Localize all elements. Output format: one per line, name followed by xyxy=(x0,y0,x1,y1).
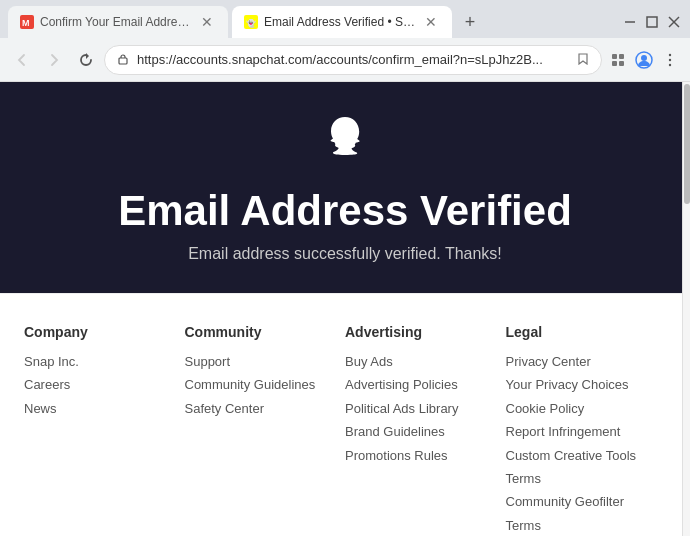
navigation-bar: https://accounts.snapchat.com/accounts/c… xyxy=(0,38,690,82)
tab-gmail-title: Confirm Your Email Address - cc... xyxy=(40,15,192,29)
menu-button[interactable] xyxy=(658,48,682,72)
svg-rect-10 xyxy=(612,54,617,59)
footer-link-promotions-rules[interactable]: Promotions Rules xyxy=(345,444,490,467)
gmail-favicon: M xyxy=(20,15,34,29)
page-content: Email Address Verified Email address suc… xyxy=(0,82,690,536)
svg-text:M: M xyxy=(22,18,30,28)
svg-point-18 xyxy=(669,63,671,65)
maximize-button[interactable] xyxy=(644,14,660,30)
footer-col-company: Company Snap Inc. Careers News xyxy=(24,324,185,536)
verified-subtitle: Email address successfully verified. Tha… xyxy=(188,245,502,263)
svg-rect-13 xyxy=(619,61,624,66)
svg-text:👻: 👻 xyxy=(246,18,256,28)
back-button[interactable] xyxy=(8,46,36,74)
address-bar[interactable]: https://accounts.snapchat.com/accounts/c… xyxy=(104,45,602,75)
minimize-button[interactable] xyxy=(622,14,638,30)
footer-col-legal: Legal Privacy Center Your Privacy Choice… xyxy=(506,324,667,536)
tab-gmail[interactable]: M Confirm Your Email Address - cc... ✕ xyxy=(8,6,228,38)
footer-link-news[interactable]: News xyxy=(24,397,169,420)
footer-link-snap-inc[interactable]: Snap Inc. xyxy=(24,350,169,373)
svg-point-16 xyxy=(669,53,671,55)
svg-rect-5 xyxy=(647,17,657,27)
svg-marker-8 xyxy=(86,53,89,59)
close-button[interactable] xyxy=(666,14,682,30)
footer-link-report-infringement[interactable]: Report Infringement xyxy=(506,420,651,443)
scrollbar-thumb[interactable] xyxy=(684,84,690,204)
extensions-button[interactable] xyxy=(606,48,630,72)
tab-snapchat-title: Email Address Verified • Snapcha... xyxy=(264,15,416,29)
footer-link-cookie-policy[interactable]: Cookie Policy xyxy=(506,397,651,420)
footer-link-privacy-center[interactable]: Privacy Center xyxy=(506,350,651,373)
footer-link-buy-ads[interactable]: Buy Ads xyxy=(345,350,490,373)
footer-legal-title: Legal xyxy=(506,324,651,340)
svg-point-15 xyxy=(641,55,647,61)
footer-link-community-guidelines[interactable]: Community Guidelines xyxy=(185,373,330,396)
footer-link-safety-center[interactable]: Safety Center xyxy=(185,397,330,420)
footer-community-title: Community xyxy=(185,324,330,340)
tab-snapchat-close[interactable]: ✕ xyxy=(422,13,440,31)
svg-rect-9 xyxy=(119,58,127,64)
reload-button[interactable] xyxy=(72,46,100,74)
profile-button[interactable] xyxy=(632,48,656,72)
forward-button[interactable] xyxy=(40,46,68,74)
footer-advertising-title: Advertising xyxy=(345,324,490,340)
footer-link-advertising-policies[interactable]: Advertising Policies xyxy=(345,373,490,396)
snapchat-logo xyxy=(320,112,370,171)
svg-rect-12 xyxy=(612,61,617,66)
footer-company-title: Company xyxy=(24,324,169,340)
footer-columns: Company Snap Inc. Careers News Community… xyxy=(24,324,666,536)
scrollbar[interactable] xyxy=(682,82,690,536)
hero-section: Email Address Verified Email address suc… xyxy=(0,82,690,293)
svg-point-17 xyxy=(669,58,671,60)
footer-link-community-geofilter-terms[interactable]: Community Geofilter Terms xyxy=(506,490,651,536)
footer-link-support[interactable]: Support xyxy=(185,350,330,373)
url-text: https://accounts.snapchat.com/accounts/c… xyxy=(137,52,569,67)
footer-link-political-ads-library[interactable]: Political Ads Library xyxy=(345,397,490,420)
tab-snapchat[interactable]: 👻 Email Address Verified • Snapcha... ✕ xyxy=(232,6,452,38)
lock-icon xyxy=(117,52,129,68)
footer: Company Snap Inc. Careers News Community… xyxy=(0,293,690,536)
tab-gmail-close[interactable]: ✕ xyxy=(198,13,216,31)
footer-link-custom-creative-tools-terms[interactable]: Custom Creative Tools Terms xyxy=(506,444,651,491)
footer-col-community: Community Support Community Guidelines S… xyxy=(185,324,346,536)
footer-link-brand-guidelines[interactable]: Brand Guidelines xyxy=(345,420,490,443)
footer-link-your-privacy-choices[interactable]: Your Privacy Choices xyxy=(506,373,651,396)
bookmark-icon[interactable] xyxy=(577,52,589,68)
footer-link-careers[interactable]: Careers xyxy=(24,373,169,396)
new-tab-button[interactable]: + xyxy=(456,8,484,36)
snapchat-favicon: 👻 xyxy=(244,15,258,29)
footer-col-advertising: Advertising Buy Ads Advertising Policies… xyxy=(345,324,506,536)
svg-rect-11 xyxy=(619,54,624,59)
verified-title: Email Address Verified xyxy=(118,187,572,235)
